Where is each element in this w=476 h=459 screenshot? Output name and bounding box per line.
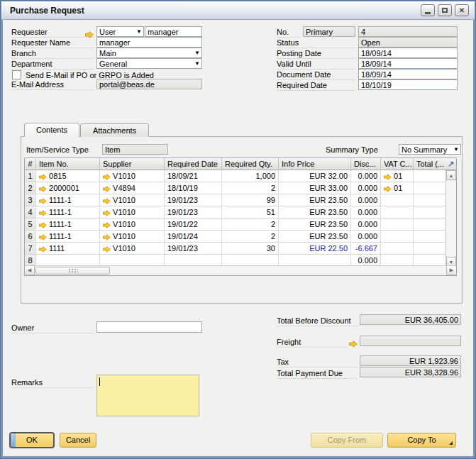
requester-name-input[interactable] xyxy=(96,37,202,48)
department-dropdown[interactable]: General▼ xyxy=(96,58,202,69)
grid-cell-total[interactable] xyxy=(414,194,447,206)
grid-cell-required_date[interactable]: 19/01/24 xyxy=(165,231,222,243)
link-arrow-icon[interactable] xyxy=(39,186,47,192)
grid-cell-required_date[interactable]: 19/01/23 xyxy=(165,194,222,206)
grid-cell-vat[interactable]: 01 xyxy=(381,170,414,182)
grid-cell-item_no[interactable]: 2000001 xyxy=(36,182,100,194)
grid-cell-item_no[interactable]: 1111-1 xyxy=(36,231,100,243)
ok-button[interactable]: OK xyxy=(9,432,55,448)
grid-cell-discount[interactable]: 0.000 xyxy=(351,206,381,219)
grid-cell-qty[interactable]: 2 xyxy=(222,231,279,243)
owner-input[interactable] xyxy=(96,321,202,333)
grid-cell-qty[interactable]: 2 xyxy=(222,182,279,194)
required-date-input[interactable] xyxy=(358,79,458,90)
grid-cell-supplier[interactable]: V4894 xyxy=(100,182,165,194)
close-button[interactable]: ✕ xyxy=(455,4,469,16)
title-bar[interactable]: Purchase Request ✕ xyxy=(1,1,475,20)
grid-cell-item_no[interactable]: 1111-1 xyxy=(36,194,100,206)
link-arrow-icon[interactable] xyxy=(103,186,111,192)
grid-cell-discount[interactable]: 0.000 xyxy=(351,182,381,194)
grid-cell-info_price[interactable]: EUR 23.50 xyxy=(279,231,351,243)
copy-to-button[interactable]: Copy To xyxy=(387,433,456,448)
cancel-button[interactable]: Cancel xyxy=(60,433,96,448)
grid-cell-required_date[interactable]: 19/01/23 xyxy=(165,206,222,219)
row-header[interactable]: 6 xyxy=(25,231,36,243)
grid-cell-qty[interactable]: 51 xyxy=(222,206,279,219)
freight-field[interactable] xyxy=(360,336,461,346)
grid-cell-required_date[interactable]: 18/10/19 xyxy=(165,182,222,194)
grid-cell-discount[interactable]: -6.667 xyxy=(351,243,381,255)
grid-cell-vat[interactable] xyxy=(381,219,414,231)
grid-cell-item_no[interactable]: 1111-1 xyxy=(36,206,100,219)
column-header-supplier[interactable]: Supplier xyxy=(100,158,165,170)
row-header[interactable]: 1 xyxy=(25,170,36,182)
grid-cell-supplier[interactable]: V1010 xyxy=(100,243,165,255)
grid-cell-supplier[interactable]: V1010 xyxy=(100,231,165,243)
link-arrow-icon[interactable] xyxy=(103,198,111,204)
link-arrow-icon[interactable] xyxy=(103,246,111,253)
grid-cell-qty[interactable]: 2 xyxy=(222,219,279,231)
grid-cell-discount[interactable]: 0.000 xyxy=(351,231,381,243)
grid-cell-total[interactable] xyxy=(414,243,447,255)
grid-cell-total[interactable] xyxy=(414,170,447,182)
no-series-field[interactable]: Primary xyxy=(303,26,355,37)
grid-cell-discount[interactable]: 0.000 xyxy=(351,170,381,182)
link-arrow-icon[interactable] xyxy=(384,186,392,192)
scroll-right-button[interactable]: ▶ xyxy=(446,266,456,275)
link-arrow-icon[interactable] xyxy=(103,174,111,180)
tab-contents[interactable]: Contents xyxy=(24,123,79,137)
copy-from-button[interactable]: Copy From xyxy=(311,433,383,448)
link-arrow-icon[interactable] xyxy=(39,210,47,216)
row-header[interactable]: 4 xyxy=(25,206,36,219)
row-header[interactable]: 3 xyxy=(25,194,36,206)
grid-cell-item_no[interactable]: 0815 xyxy=(36,170,100,182)
grid-cell-required_date[interactable]: 19/01/22 xyxy=(165,219,222,231)
grid-cell-vat[interactable] xyxy=(381,231,414,243)
document-date-input[interactable] xyxy=(358,69,458,79)
row-header[interactable]: 7 xyxy=(25,243,36,255)
link-arrow-icon[interactable] xyxy=(85,28,94,40)
grid-cell-info_price[interactable]: EUR 23.50 xyxy=(279,206,351,219)
send-email-checkbox[interactable] xyxy=(12,70,21,79)
grid-cell-vat[interactable] xyxy=(381,243,414,255)
grid-cell-info_price[interactable]: EUR 33.00 xyxy=(279,182,351,194)
grid-cell-info_price[interactable]: EUR 32.00 xyxy=(279,170,351,182)
grid-cell-supplier[interactable]: V1010 xyxy=(100,206,165,219)
column-header-info_price[interactable]: Info Price xyxy=(279,158,351,170)
grid-cell-vat[interactable] xyxy=(381,206,414,219)
grid-cell-item_no[interactable]: 1111-1 xyxy=(36,219,100,231)
link-arrow-icon[interactable] xyxy=(103,234,111,240)
grid-cell-total[interactable] xyxy=(414,182,447,194)
valid-until-input[interactable] xyxy=(358,58,458,69)
grid-cell-discount[interactable]: 0.000 xyxy=(351,194,381,206)
branch-dropdown[interactable]: Main▼ xyxy=(96,48,202,58)
horizontal-scrollbar[interactable]: ◀ ▶ xyxy=(25,265,456,275)
grid-cell-total[interactable] xyxy=(414,206,447,219)
grid-cell-vat[interactable] xyxy=(381,194,414,206)
grid-cell-qty[interactable]: 30 xyxy=(222,243,279,255)
grid-cell-info_price[interactable]: EUR 23.50 xyxy=(279,219,351,231)
scrollbar-thumb[interactable] xyxy=(35,267,110,275)
column-header-vat[interactable]: VAT C... xyxy=(381,158,414,170)
grid-cell-vat[interactable]: 01 xyxy=(381,182,414,194)
summary-type-dropdown[interactable]: No Summary▼ xyxy=(399,144,461,155)
column-header-item_no[interactable]: Item No. xyxy=(36,158,100,170)
grid-cell-info_price[interactable]: EUR 23.50 xyxy=(279,194,351,206)
row-header[interactable]: 2 xyxy=(25,182,36,194)
requester-input[interactable] xyxy=(145,26,202,37)
grid-cell-total[interactable] xyxy=(414,231,447,243)
vertical-scrollbar[interactable]: ▲ ▼ xyxy=(445,170,456,267)
link-arrow-icon[interactable] xyxy=(384,174,392,180)
link-arrow-icon[interactable] xyxy=(103,210,111,216)
link-arrow-icon[interactable] xyxy=(39,198,47,204)
scroll-up-button[interactable]: ▲ xyxy=(446,170,456,180)
scroll-left-button[interactable]: ◀ xyxy=(25,266,35,275)
grid-cell-qty[interactable]: 1,000 xyxy=(222,170,279,182)
column-header-total[interactable]: Total (... xyxy=(414,158,447,170)
column-header-num[interactable]: # xyxy=(25,158,36,170)
link-arrow-icon[interactable] xyxy=(349,337,358,350)
maximize-button[interactable] xyxy=(438,4,452,16)
grid-cell-required_date[interactable]: 19/01/23 xyxy=(165,243,222,255)
column-header-discount[interactable]: Disc... xyxy=(351,158,381,170)
grid-cell-total[interactable] xyxy=(414,219,447,231)
